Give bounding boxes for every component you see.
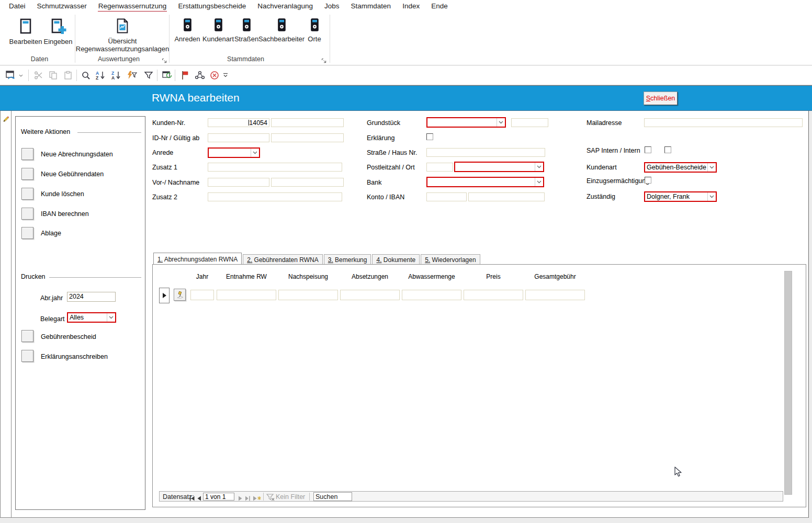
- cancel-icon[interactable]: [208, 70, 221, 81]
- jahr-field[interactable]: [190, 290, 214, 300]
- toolbar-overflow-icon[interactable]: [222, 70, 229, 81]
- menu-erstattungsbescheide[interactable]: Erstattungsbescheide: [177, 2, 246, 11]
- gueltig-ab-field[interactable]: [271, 133, 344, 142]
- neue-gebuehrendaten-button[interactable]: [21, 168, 33, 180]
- gebuehrenbescheid-label: Gebührenbescheid: [41, 333, 96, 340]
- plz-field[interactable]: [426, 163, 453, 172]
- refresh-icon[interactable]: [161, 70, 174, 81]
- new-record-icon[interactable]: [253, 494, 261, 503]
- menu-nachveranlagung[interactable]: Nachveranlagung: [257, 2, 313, 11]
- kunde-loeschen-button[interactable]: [21, 188, 33, 200]
- zustaendig-combobox[interactable]: Dolgner, Frank: [644, 191, 717, 202]
- belegart-combobox[interactable]: Alles: [67, 312, 116, 323]
- chevron-down-icon[interactable]: [18, 70, 24, 81]
- schliessen-button[interactable]: Schließen: [644, 92, 678, 105]
- strasse-field[interactable]: [426, 148, 545, 157]
- tab-wiedervorlagen[interactable]: 5. Wiedervorlagen: [421, 254, 480, 264]
- kunden-nr-field-2[interactable]: [271, 118, 344, 127]
- filter-selection-icon[interactable]: [126, 70, 138, 81]
- menu-stammdaten[interactable]: Stammdaten: [351, 2, 392, 11]
- einzugsermaechtigung-checkbox[interactable]: [645, 177, 651, 184]
- mailadresse-field[interactable]: [644, 118, 803, 127]
- zusatz1-field[interactable]: [208, 163, 342, 172]
- paste-icon[interactable]: [62, 70, 74, 81]
- filter-status-icon[interactable]: [266, 494, 275, 503]
- dialog-launcher-icon[interactable]: [321, 56, 327, 62]
- iban-berechnen-button[interactable]: [21, 208, 33, 220]
- vorname-field[interactable]: [208, 178, 269, 187]
- dropdown-arrow-icon[interactable]: [251, 149, 259, 157]
- dropdown-arrow-icon[interactable]: [707, 163, 716, 172]
- dropdown-arrow-icon[interactable]: [497, 118, 505, 127]
- menu-regenwassernutzung[interactable]: Regenwassernutzung: [98, 2, 167, 12]
- flag-icon[interactable]: [179, 70, 191, 81]
- kunden-nr-field[interactable]: 14054: [208, 118, 269, 127]
- tab-bemerkung[interactable]: 3. Bemerkung: [324, 254, 371, 264]
- dropdown-arrow-icon[interactable]: [707, 192, 716, 201]
- uebersicht-rwna-button[interactable]: Übersicht Regenwassernutzungsanlagen: [76, 18, 168, 53]
- record-position-box[interactable]: 1 von 1: [203, 493, 234, 501]
- tab-abrechnungsdaten-rwna[interactable]: 1. Abrechnungsdaten RWNA: [153, 253, 242, 264]
- ort-combobox[interactable]: [454, 162, 544, 172]
- next-record-icon[interactable]: [238, 494, 243, 503]
- grundstueck-field-2[interactable]: [511, 118, 548, 127]
- nachname-field[interactable]: [271, 178, 344, 187]
- erklaerung-checkbox[interactable]: [426, 133, 433, 140]
- erklaerungsanschreiben-button[interactable]: [21, 350, 33, 362]
- anreden-button[interactable]: Anreden: [174, 18, 201, 43]
- menu-ende[interactable]: Ende: [431, 2, 448, 11]
- ablage-button[interactable]: [21, 227, 33, 239]
- pin-record-button[interactable]: [174, 289, 186, 301]
- cut-icon[interactable]: [32, 70, 45, 81]
- bank-combobox[interactable]: [426, 177, 544, 187]
- sap-intern-checkbox[interactable]: [645, 146, 651, 153]
- tab-gebuehrendaten-rwna[interactable]: 2. Gebührendaten RWNA: [243, 254, 323, 264]
- id-nr-field[interactable]: [208, 133, 269, 142]
- abwassermenge-field[interactable]: [402, 290, 461, 300]
- row-record-selector[interactable]: [159, 288, 170, 303]
- vertical-scrollbar[interactable]: [784, 271, 792, 495]
- share-icon[interactable]: [194, 70, 206, 81]
- kein-filter-label[interactable]: Kein Filter: [276, 493, 305, 501]
- sort-ascending-icon[interactable]: AZ: [94, 70, 107, 81]
- menu-jobs[interactable]: Jobs: [324, 2, 340, 11]
- strassen-button[interactable]: Straßen: [233, 18, 260, 43]
- filter-icon[interactable]: [142, 70, 155, 81]
- record-search-input[interactable]: Suchen: [313, 492, 352, 501]
- sachbearbeiter-button[interactable]: Sachbearbeiter: [260, 18, 303, 43]
- dialog-launcher-icon[interactable]: [162, 56, 167, 62]
- menu-schmutzwasser[interactable]: Schmutzwasser: [37, 2, 87, 11]
- bearbeiten-button[interactable]: Bearbeiten: [7, 18, 44, 46]
- copy-icon[interactable]: [47, 70, 60, 81]
- first-record-icon[interactable]: [189, 494, 195, 503]
- preis-field[interactable]: [464, 290, 523, 300]
- dropdown-arrow-icon[interactable]: [107, 313, 115, 322]
- gesamtgebuehr-field[interactable]: [525, 290, 585, 300]
- eingeben-button[interactable]: Eingeben: [42, 18, 74, 46]
- menu-datei[interactable]: Datei: [8, 2, 26, 11]
- anrede-combobox[interactable]: [208, 147, 260, 158]
- kundenart-combobox[interactable]: Gebühen-Bescheide bei: [644, 162, 717, 173]
- orte-button[interactable]: Orte: [305, 18, 324, 43]
- tab-dokumente[interactable]: 4. Dokumente: [372, 254, 420, 264]
- switch-view-icon[interactable]: [5, 70, 18, 81]
- konto-field[interactable]: [426, 192, 467, 201]
- sort-descending-icon[interactable]: ZA: [110, 70, 122, 81]
- dropdown-arrow-icon[interactable]: [535, 163, 543, 171]
- last-record-icon[interactable]: [245, 494, 251, 503]
- neue-abrechnungsdaten-button[interactable]: [21, 148, 33, 160]
- nachspeisung-field[interactable]: [278, 290, 338, 300]
- gebuehrenbescheid-button[interactable]: [21, 330, 33, 342]
- absetzungen-field[interactable]: [340, 290, 400, 300]
- iban-field[interactable]: [468, 192, 545, 201]
- search-icon[interactable]: [80, 70, 92, 81]
- menu-index[interactable]: Index: [402, 2, 420, 11]
- grundstueck-combobox[interactable]: [426, 117, 506, 128]
- kundenart-button[interactable]: Kundenart: [203, 18, 233, 43]
- previous-record-icon[interactable]: [197, 494, 201, 503]
- entnahme-rw-field[interactable]: [217, 290, 276, 300]
- intern-checkbox[interactable]: [664, 146, 671, 153]
- abrjahr-field[interactable]: 2024: [67, 292, 116, 302]
- dropdown-arrow-icon[interactable]: [535, 178, 543, 186]
- zusatz2-field[interactable]: [208, 192, 342, 201]
